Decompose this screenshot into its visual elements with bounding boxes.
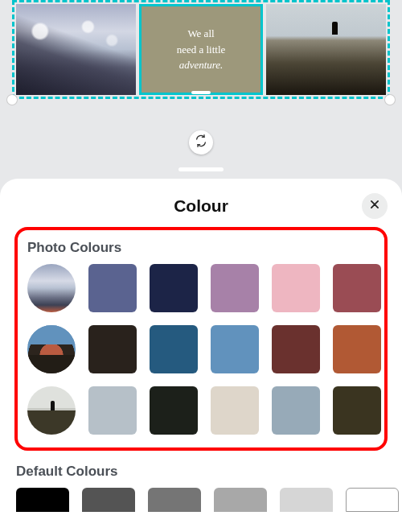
photo-colour-swatch[interactable] [211, 325, 259, 373]
quote-line-3: adventure. [177, 57, 226, 73]
photo-colours-title: Photo Colours [27, 240, 375, 256]
resize-handle-left[interactable] [6, 94, 18, 105]
quote-tile[interactable]: We all need a little adventure. [139, 4, 264, 95]
swap-button[interactable] [189, 130, 213, 155]
photo-colour-swatch[interactable] [333, 264, 381, 312]
photo-colour-swatch[interactable] [211, 386, 259, 435]
photo-colours-section: Photo Colours [14, 227, 388, 451]
swap-icon [195, 134, 207, 151]
canvas-area: We all need a little adventure. [0, 0, 402, 179]
default-colours-section: Default Colours [14, 464, 388, 512]
photo-tile-2[interactable] [266, 4, 386, 95]
default-colour-swatch[interactable] [16, 488, 69, 512]
resize-handle-bottom[interactable] [191, 91, 211, 94]
photo-colour-swatch[interactable] [211, 264, 259, 312]
photo-colour-swatch[interactable] [88, 386, 137, 435]
default-colour-swatch[interactable] [346, 488, 399, 512]
photo-thumb-1[interactable] [27, 325, 76, 373]
photo-colour-swatch[interactable] [88, 264, 137, 312]
default-colours-grid [16, 488, 386, 512]
photo-colour-swatch[interactable] [333, 325, 381, 373]
photo-colour-swatch[interactable] [272, 325, 320, 373]
sheet-drag-handle[interactable] [178, 167, 224, 171]
photo-colour-swatch[interactable] [272, 264, 320, 312]
colour-sheet: Colour Photo Colours Default Colours [0, 179, 402, 532]
photo-colour-swatch[interactable] [150, 325, 198, 373]
close-button[interactable] [362, 193, 388, 219]
default-colour-swatch[interactable] [148, 488, 201, 512]
default-colour-swatch[interactable] [82, 488, 135, 512]
resize-handle-right[interactable] [384, 94, 396, 105]
photo-colour-swatch[interactable] [333, 386, 381, 435]
photo-tile-1[interactable] [16, 4, 136, 95]
quote-line-1: We all [177, 26, 226, 42]
quote-line-2: need a little [177, 42, 226, 58]
photo-colour-swatch[interactable] [150, 264, 198, 312]
close-icon [369, 199, 380, 213]
photo-colour-swatch[interactable] [88, 325, 137, 373]
selection-frame[interactable]: We all need a little adventure. [12, 0, 390, 99]
default-colours-title: Default Colours [16, 464, 386, 480]
photo-thumb-0[interactable] [27, 264, 76, 312]
photo-colour-swatch[interactable] [150, 386, 198, 435]
sheet-title: Colour [14, 196, 388, 216]
photo-colour-swatch[interactable] [272, 386, 320, 435]
default-colour-swatch[interactable] [214, 488, 267, 512]
default-colour-swatch[interactable] [280, 488, 333, 512]
photo-colours-grid [27, 264, 375, 435]
photo-thumb-2[interactable] [27, 386, 76, 435]
